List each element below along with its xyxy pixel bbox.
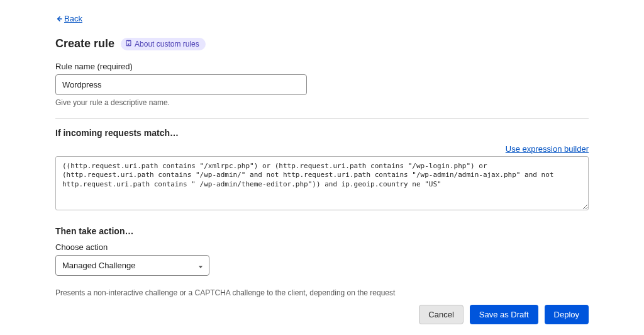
doc-icon [125, 40, 132, 48]
rule-name-help: Give your rule a descriptive name. [55, 98, 589, 107]
action-section: Then take action… Choose action Managed … [55, 226, 589, 297]
page-title: Create rule [55, 37, 114, 50]
arrow-left-icon [55, 15, 63, 23]
rule-name-input[interactable] [55, 74, 307, 95]
cancel-button[interactable]: Cancel [419, 305, 463, 324]
rule-name-section: Rule name (required) Give your rule a de… [55, 62, 589, 107]
match-section: If incoming requests match… Use expressi… [55, 128, 589, 212]
deploy-button[interactable]: Deploy [545, 305, 589, 324]
choose-action-label: Choose action [55, 242, 589, 252]
match-heading: If incoming requests match… [55, 128, 589, 138]
footer-buttons: Cancel Save as Draft Deploy [55, 305, 589, 324]
save-as-draft-button[interactable]: Save as Draft [470, 305, 538, 324]
rule-name-label: Rule name (required) [55, 62, 589, 71]
choose-action-select[interactable]: Managed Challenge [55, 255, 209, 276]
about-badge[interactable]: About custom rules [121, 38, 206, 50]
back-link[interactable]: Back [55, 14, 82, 23]
use-expression-builder-link[interactable]: Use expression builder [506, 144, 589, 154]
back-label: Back [64, 14, 82, 23]
about-badge-label: About custom rules [135, 40, 199, 48]
action-heading: Then take action… [55, 226, 589, 236]
action-description: Presents a non-interactive challenge or … [55, 288, 589, 297]
divider [55, 118, 589, 119]
expression-textarea[interactable] [55, 156, 589, 210]
